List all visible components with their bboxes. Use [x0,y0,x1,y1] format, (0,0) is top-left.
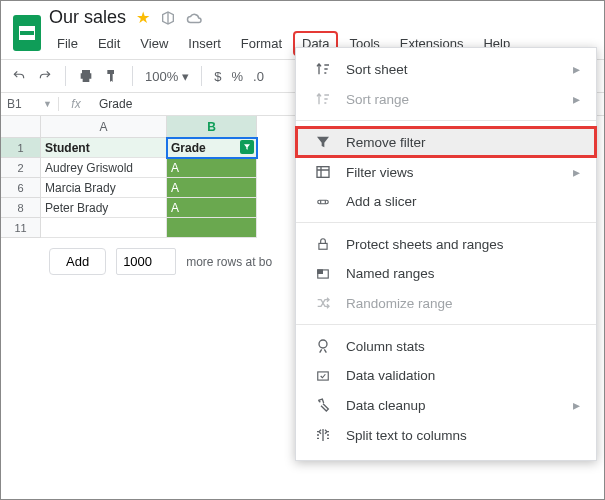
menu-named-ranges[interactable]: Named ranges [296,259,596,288]
menu-sort-range: Sort range ▸ [296,84,596,114]
chevron-down-icon: ▼ [43,99,52,109]
filter-indicator-icon[interactable] [240,140,254,154]
cell[interactable] [167,218,257,238]
menu-split-text[interactable]: Split text to columns [296,420,596,450]
zoom-select[interactable]: 100% ▾ [145,69,189,84]
menu-insert[interactable]: Insert [180,32,229,55]
menu-label: Filter views [346,165,559,180]
submenu-arrow-icon: ▸ [573,164,580,180]
split-text-icon [314,427,332,443]
cloud-status-icon[interactable] [186,11,204,25]
star-icon[interactable]: ★ [136,8,150,27]
filter-icon [314,134,332,150]
menu-label: Protect sheets and ranges [346,237,580,252]
add-rows-count[interactable] [116,248,176,275]
submenu-arrow-icon: ▸ [573,397,580,413]
menu-label: Column stats [346,339,580,354]
cell[interactable]: A [167,158,257,178]
menu-label: Sort range [346,92,559,107]
data-cleanup-icon [314,397,332,413]
svg-rect-2 [319,243,327,249]
named-ranges-icon [314,267,332,281]
column-header[interactable]: B [167,116,257,138]
data-validation-icon [314,369,332,383]
sort-sheet-icon [314,61,332,77]
svg-rect-1 [318,200,329,204]
menu-file[interactable]: File [49,32,86,55]
chevron-down-icon: ▾ [182,69,189,84]
formula-bar[interactable]: Grade [93,97,132,111]
add-rows-button[interactable]: Add [49,248,106,275]
cell[interactable] [41,218,167,238]
name-box[interactable]: B1 ▼ [1,97,59,111]
row-header[interactable]: 11 [1,218,41,238]
svg-point-5 [319,340,327,348]
svg-rect-0 [317,167,329,178]
svg-rect-4 [318,269,323,273]
menu-filter-views[interactable]: Filter views ▸ [296,157,596,187]
format-currency[interactable]: $ [214,69,221,84]
decrease-decimal[interactable]: .0 [253,69,264,84]
fx-icon[interactable]: fx [59,97,93,111]
undo-icon[interactable] [11,69,27,83]
column-header[interactable]: A [41,116,167,138]
row-header[interactable]: 2 [1,158,41,178]
menu-column-stats[interactable]: Column stats [296,331,596,361]
sheets-app-icon[interactable] [13,15,41,51]
print-icon[interactable] [78,68,94,84]
menu-label: Split text to columns [346,428,580,443]
move-icon[interactable] [160,10,176,26]
format-percent[interactable]: % [231,69,243,84]
menu-label: Named ranges [346,266,580,281]
menu-label: Add a slicer [346,194,580,209]
lock-icon [314,236,332,252]
menu-edit[interactable]: Edit [90,32,128,55]
data-menu-dropdown: Sort sheet ▸ Sort range ▸ Remove filter … [295,47,597,461]
zoom-value: 100% [145,69,178,84]
menu-randomize-range: Randomize range [296,288,596,318]
slicer-icon [314,195,332,209]
menu-label: Remove filter [346,135,580,150]
filter-views-icon [314,164,332,180]
menu-format[interactable]: Format [233,32,290,55]
paint-format-icon[interactable] [104,68,120,84]
cell[interactable]: Marcia Brady [41,178,167,198]
row-header[interactable]: 8 [1,198,41,218]
submenu-arrow-icon: ▸ [573,91,580,107]
name-box-value: B1 [7,97,22,111]
submenu-arrow-icon: ▸ [573,61,580,77]
cell[interactable]: Student [41,138,167,158]
menu-data-validation[interactable]: Data validation [296,361,596,390]
menu-view[interactable]: View [132,32,176,55]
cell[interactable]: Peter Brady [41,198,167,218]
menu-label: Data validation [346,368,580,383]
menu-protect-sheets[interactable]: Protect sheets and ranges [296,229,596,259]
menu-label: Randomize range [346,296,580,311]
cell-active[interactable]: Grade [167,138,257,158]
doc-title[interactable]: Our sales [49,7,126,28]
column-stats-icon [314,338,332,354]
cell[interactable]: Audrey Griswold [41,158,167,178]
add-rows-label: more rows at bo [186,255,272,269]
cell[interactable]: A [167,198,257,218]
menu-data-cleanup[interactable]: Data cleanup ▸ [296,390,596,420]
menu-label: Data cleanup [346,398,559,413]
menu-sort-sheet[interactable]: Sort sheet ▸ [296,54,596,84]
row-header[interactable]: 1 [1,138,41,158]
menu-label: Sort sheet [346,62,559,77]
grid-corner[interactable] [1,116,41,138]
menu-remove-filter[interactable]: Remove filter [296,127,596,157]
redo-icon[interactable] [37,69,53,83]
svg-rect-6 [318,371,329,379]
randomize-icon [314,295,332,311]
row-header[interactable]: 6 [1,178,41,198]
sort-range-icon [314,91,332,107]
menu-add-slicer[interactable]: Add a slicer [296,187,596,216]
cell[interactable]: A [167,178,257,198]
